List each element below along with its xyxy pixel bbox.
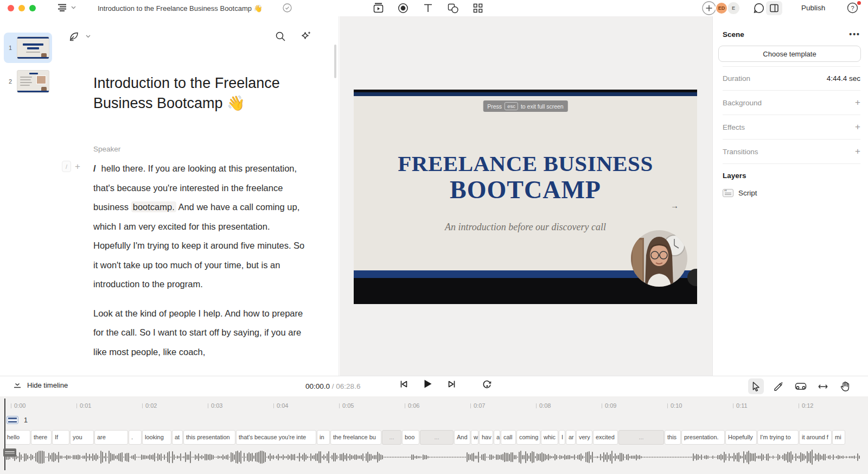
word-segment[interactable]: w	[471, 430, 478, 445]
timeline[interactable]: 0:000:010:020:030:040:050:060:070:080:09…	[0, 396, 868, 474]
choose-template-button[interactable]: Choose template	[718, 46, 861, 62]
add-block-button[interactable]: +	[75, 161, 80, 172]
word-segment[interactable]: are	[94, 430, 128, 445]
comments-icon[interactable]	[753, 2, 765, 14]
skip-to-end-button[interactable]	[447, 380, 456, 389]
more-options-icon[interactable]: •••	[849, 30, 860, 39]
word-segment[interactable]: this	[665, 430, 681, 445]
word-segment[interactable]: I'm trying to	[757, 430, 799, 445]
word-segment[interactable]: very	[576, 430, 592, 445]
chevron-down-icon[interactable]	[86, 35, 91, 38]
text-tool-button[interactable]	[422, 2, 434, 14]
avatar[interactable]: E	[727, 2, 739, 14]
write-tool-button[interactable]	[770, 378, 786, 394]
hide-timeline-button[interactable]: Hide timeline	[13, 381, 68, 389]
next-slide-arrow[interactable]: →	[671, 201, 679, 210]
close-window-button[interactable]	[8, 5, 14, 11]
layer-script[interactable]: Script	[723, 189, 757, 197]
slide-thumbnail-1[interactable]: 1	[4, 33, 52, 63]
word-segment[interactable]: coming	[516, 430, 540, 445]
play-button[interactable]	[423, 379, 432, 389]
script-title[interactable]: Introduction to the Freelance Business B…	[93, 73, 294, 113]
script-paragraph[interactable]: /hello there. If you are looking at this…	[93, 159, 307, 294]
paragraph-gutter: / +	[62, 161, 80, 172]
silence-segment[interactable]: ...	[420, 430, 454, 445]
word-segment[interactable]: this presentation	[183, 430, 235, 445]
hand-tool-button[interactable]	[837, 378, 853, 394]
word-segment[interactable]: the freelance bu	[330, 430, 381, 445]
minimize-window-button[interactable]	[18, 5, 25, 11]
word-segment[interactable]: boo	[402, 430, 419, 445]
word-segment[interactable]: And	[454, 430, 470, 445]
word-segment[interactable]: I	[559, 430, 565, 445]
script-scrollbar[interactable]	[334, 45, 336, 78]
transitions-row[interactable]: Transitions +	[723, 140, 860, 164]
add-background-icon[interactable]: +	[855, 97, 860, 108]
range-tool-button[interactable]	[793, 378, 808, 394]
search-icon[interactable]	[275, 31, 286, 42]
script-paragraph[interactable]: Look at the kind of people I help. And h…	[93, 304, 307, 362]
speaker-label[interactable]: Speaker	[93, 145, 120, 153]
video-preview[interactable]: FREELANCE BUSINESS BOOTCAMP An introduct…	[354, 90, 697, 304]
word-segment[interactable]: hello	[4, 430, 30, 445]
skip-to-start-button[interactable]	[399, 380, 409, 389]
playhead[interactable]	[4, 399, 5, 470]
ruler-label: 0:02	[145, 402, 157, 409]
word-segment[interactable]: whic	[541, 430, 558, 445]
word-segment[interactable]: looking	[142, 430, 171, 445]
audio-layer-badge[interactable]	[3, 448, 16, 457]
document-title[interactable]: Introduction to the Freelance Business B…	[98, 4, 263, 12]
highlighted-word[interactable]: bootcamp.	[131, 201, 176, 212]
word-segment[interactable]: ar	[566, 430, 576, 445]
loop-playback-button[interactable]	[482, 379, 492, 389]
slide-1-preview	[17, 36, 49, 59]
add-scene-button[interactable]	[372, 2, 384, 14]
word-segment[interactable]: you	[70, 430, 94, 445]
slide-thumbnail-2[interactable]: 2	[4, 66, 52, 97]
slash-command-button[interactable]: /	[62, 161, 71, 172]
track-header[interactable]: 1	[7, 416, 28, 424]
script-body[interactable]: /hello there. If you are looking at this…	[93, 159, 307, 362]
ai-sparkle-icon[interactable]	[300, 30, 311, 42]
word-segment[interactable]: presentation.	[681, 430, 725, 445]
silence-segment[interactable]: ...	[382, 430, 401, 445]
word-segment[interactable]: at	[172, 430, 183, 445]
slide-title[interactable]: FREELANCE BUSINESS BOOTCAMP	[354, 151, 697, 204]
ruler-label: 0:12	[802, 402, 813, 409]
layout-grid-button[interactable]	[472, 2, 484, 14]
word-segment[interactable]: there	[31, 430, 52, 445]
word-segment[interactable]: excited	[593, 430, 618, 445]
word-segment[interactable]: call	[501, 430, 516, 445]
effects-row[interactable]: Effects +	[723, 115, 860, 140]
word-segment[interactable]: a	[494, 430, 500, 445]
publish-button[interactable]: Publish	[801, 4, 825, 12]
help-button[interactable]: ?	[847, 2, 858, 14]
invite-button[interactable]	[702, 1, 716, 15]
record-button[interactable]	[397, 2, 409, 14]
toggle-inspector-button[interactable]	[766, 1, 782, 15]
word-segment[interactable]: in	[317, 430, 330, 445]
word-segment[interactable]: that's because you're inte	[236, 430, 316, 445]
word-segment[interactable]: mi	[832, 430, 845, 445]
webcam-overlay[interactable]	[631, 230, 687, 287]
doc-menu-button[interactable]	[58, 3, 76, 12]
write-mode-icon[interactable]	[68, 30, 80, 42]
word-segment[interactable]: it around f	[799, 430, 832, 445]
word-segment[interactable]: hav	[479, 430, 493, 445]
trim-tool-button[interactable]	[815, 378, 831, 394]
word-segment[interactable]: Hopefully	[725, 430, 757, 445]
timeline-ruler[interactable]: 0:000:010:020:030:040:050:060:070:080:09…	[11, 401, 864, 410]
background-row[interactable]: Background +	[723, 91, 860, 115]
add-effect-icon[interactable]: +	[855, 122, 860, 132]
add-transition-icon[interactable]: +	[855, 146, 860, 157]
select-tool-button[interactable]	[748, 378, 764, 394]
silence-segment[interactable]: ...	[618, 430, 664, 445]
avatar[interactable]: ED	[715, 2, 728, 15]
waveform[interactable]	[4, 446, 861, 468]
word-segment[interactable]: If	[52, 430, 69, 445]
word-segment[interactable]: .	[129, 430, 142, 445]
shapes-button[interactable]	[447, 2, 459, 14]
zoom-window-button[interactable]	[29, 5, 36, 11]
slide-subtitle[interactable]: An introduction before our discovery cal…	[354, 222, 697, 233]
preview-canvas[interactable]: FREELANCE BUSINESS BOOTCAMP An introduct…	[340, 16, 712, 376]
